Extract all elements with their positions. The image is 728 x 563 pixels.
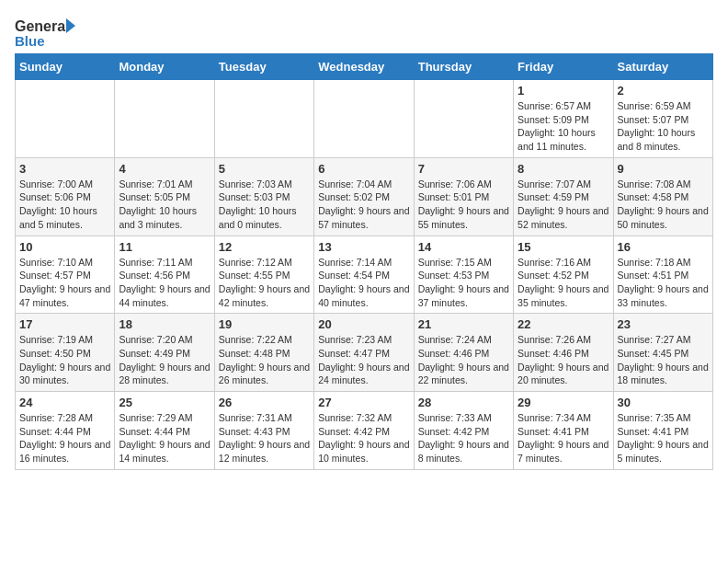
day-number: 21: [418, 317, 509, 331]
day-info: Sunrise: 7:10 AMSunset: 4:57 PMDaylight:…: [19, 256, 110, 310]
day-number: 27: [318, 396, 409, 409]
day-info: Sunrise: 7:11 AMSunset: 4:56 PMDaylight:…: [119, 256, 210, 310]
calendar-cell: 12Sunrise: 7:12 AMSunset: 4:55 PMDayligh…: [214, 236, 313, 314]
day-info: Sunrise: 6:57 AMSunset: 5:09 PMDaylight:…: [518, 99, 609, 154]
day-number: 16: [618, 240, 709, 254]
calendar-cell: 23Sunrise: 7:27 AMSunset: 4:45 PMDayligh…: [613, 314, 712, 392]
day-info: Sunrise: 7:23 AMSunset: 4:47 PMDaylight:…: [318, 333, 409, 387]
day-number: 3: [19, 162, 110, 176]
day-info: Sunrise: 7:29 AMSunset: 4:44 PMDaylight:…: [119, 411, 210, 465]
day-number: 18: [119, 317, 210, 331]
day-number: 20: [318, 317, 409, 331]
week-row-3: 10Sunrise: 7:10 AMSunset: 4:57 PMDayligh…: [16, 236, 713, 314]
calendar-cell: 24Sunrise: 7:28 AMSunset: 4:44 PMDayligh…: [16, 392, 115, 470]
calendar-cell: [414, 80, 513, 158]
day-number: 17: [19, 317, 110, 331]
day-number: 12: [219, 240, 310, 254]
calendar-cell: 14Sunrise: 7:15 AMSunset: 4:53 PMDayligh…: [414, 236, 513, 314]
week-row-2: 3Sunrise: 7:00 AMSunset: 5:06 PMDaylight…: [16, 157, 713, 236]
day-info: Sunrise: 7:07 AMSunset: 4:59 PMDaylight:…: [518, 178, 609, 232]
day-info: Sunrise: 7:01 AMSunset: 5:05 PMDaylight:…: [119, 178, 210, 232]
header: GeneralBlue: [15, 15, 713, 50]
calendar-cell: 3Sunrise: 7:00 AMSunset: 5:06 PMDaylight…: [16, 157, 115, 236]
day-number: 2: [618, 84, 709, 98]
column-header-sunday: Sunday: [16, 54, 115, 80]
day-number: 4: [119, 162, 210, 176]
day-info: Sunrise: 7:00 AMSunset: 5:06 PMDaylight:…: [19, 178, 110, 232]
day-info: Sunrise: 7:19 AMSunset: 4:50 PMDaylight:…: [19, 333, 110, 387]
logo: GeneralBlue: [15, 15, 79, 50]
column-header-thursday: Thursday: [414, 54, 513, 80]
day-info: Sunrise: 7:06 AMSunset: 5:01 PMDaylight:…: [418, 178, 509, 232]
svg-marker-2: [66, 18, 75, 33]
calendar-cell: 8Sunrise: 7:07 AMSunset: 4:59 PMDaylight…: [514, 157, 613, 236]
day-number: 29: [518, 396, 609, 409]
calendar-cell: 17Sunrise: 7:19 AMSunset: 4:50 PMDayligh…: [16, 314, 115, 392]
calendar-cell: [214, 80, 313, 158]
day-info: Sunrise: 7:26 AMSunset: 4:46 PMDaylight:…: [518, 333, 609, 387]
day-number: 30: [618, 396, 709, 409]
day-info: Sunrise: 7:16 AMSunset: 4:52 PMDaylight:…: [518, 256, 609, 310]
day-info: Sunrise: 7:15 AMSunset: 4:53 PMDaylight:…: [418, 256, 509, 310]
day-number: 23: [618, 317, 709, 331]
calendar-cell: 5Sunrise: 7:03 AMSunset: 5:03 PMDaylight…: [214, 157, 313, 236]
day-info: Sunrise: 7:27 AMSunset: 4:45 PMDaylight:…: [618, 333, 709, 387]
calendar-cell: 2Sunrise: 6:59 AMSunset: 5:07 PMDaylight…: [613, 80, 712, 158]
day-info: Sunrise: 7:24 AMSunset: 4:46 PMDaylight:…: [418, 333, 509, 387]
day-info: Sunrise: 7:04 AMSunset: 5:02 PMDaylight:…: [318, 178, 409, 232]
column-header-friday: Friday: [514, 54, 613, 80]
calendar-cell: 7Sunrise: 7:06 AMSunset: 5:01 PMDaylight…: [414, 157, 513, 236]
column-header-tuesday: Tuesday: [214, 54, 313, 80]
calendar-cell: 25Sunrise: 7:29 AMSunset: 4:44 PMDayligh…: [115, 392, 214, 470]
day-info: Sunrise: 7:28 AMSunset: 4:44 PMDaylight:…: [19, 411, 110, 465]
calendar-cell: [314, 80, 414, 158]
calendar-cell: 28Sunrise: 7:33 AMSunset: 4:42 PMDayligh…: [414, 392, 513, 470]
day-info: Sunrise: 7:18 AMSunset: 4:51 PMDaylight:…: [618, 256, 709, 310]
day-number: 19: [219, 317, 310, 331]
day-info: Sunrise: 7:03 AMSunset: 5:03 PMDaylight:…: [219, 178, 310, 232]
day-info: Sunrise: 7:12 AMSunset: 4:55 PMDaylight:…: [219, 256, 310, 310]
calendar-cell: 4Sunrise: 7:01 AMSunset: 5:05 PMDaylight…: [115, 157, 214, 236]
calendar-cell: 22Sunrise: 7:26 AMSunset: 4:46 PMDayligh…: [514, 314, 613, 392]
day-info: Sunrise: 7:20 AMSunset: 4:49 PMDaylight:…: [119, 333, 210, 387]
calendar-cell: 13Sunrise: 7:14 AMSunset: 4:54 PMDayligh…: [314, 236, 414, 314]
svg-text:Blue: Blue: [15, 33, 45, 49]
day-number: 1: [518, 84, 609, 98]
calendar-cell: 18Sunrise: 7:20 AMSunset: 4:49 PMDayligh…: [115, 314, 214, 392]
day-info: Sunrise: 7:34 AMSunset: 4:41 PMDaylight:…: [518, 411, 609, 465]
day-info: Sunrise: 7:31 AMSunset: 4:43 PMDaylight:…: [219, 411, 310, 465]
calendar-cell: 6Sunrise: 7:04 AMSunset: 5:02 PMDaylight…: [314, 157, 414, 236]
day-number: 28: [418, 396, 509, 409]
day-number: 13: [318, 240, 409, 254]
calendar-cell: 27Sunrise: 7:32 AMSunset: 4:42 PMDayligh…: [314, 392, 414, 470]
calendar-cell: [115, 80, 214, 158]
day-info: Sunrise: 7:14 AMSunset: 4:54 PMDaylight:…: [318, 256, 409, 310]
calendar-cell: 1Sunrise: 6:57 AMSunset: 5:09 PMDaylight…: [514, 80, 613, 158]
day-number: 10: [19, 240, 110, 254]
column-header-monday: Monday: [115, 54, 214, 80]
calendar-cell: 29Sunrise: 7:34 AMSunset: 4:41 PMDayligh…: [514, 392, 613, 470]
calendar-header-row: SundayMondayTuesdayWednesdayThursdayFrid…: [16, 54, 713, 80]
day-info: Sunrise: 7:08 AMSunset: 4:58 PMDaylight:…: [618, 178, 709, 232]
calendar-cell: 26Sunrise: 7:31 AMSunset: 4:43 PMDayligh…: [214, 392, 313, 470]
day-number: 25: [119, 396, 210, 409]
svg-text:General: General: [15, 18, 70, 34]
day-number: 9: [618, 162, 709, 176]
week-row-5: 24Sunrise: 7:28 AMSunset: 4:44 PMDayligh…: [16, 392, 713, 470]
day-info: Sunrise: 7:35 AMSunset: 4:41 PMDaylight:…: [618, 411, 709, 465]
calendar-table: SundayMondayTuesdayWednesdayThursdayFrid…: [15, 53, 713, 470]
calendar-cell: 21Sunrise: 7:24 AMSunset: 4:46 PMDayligh…: [414, 314, 513, 392]
day-number: 6: [318, 162, 409, 176]
calendar-cell: 10Sunrise: 7:10 AMSunset: 4:57 PMDayligh…: [16, 236, 115, 314]
calendar-cell: 19Sunrise: 7:22 AMSunset: 4:48 PMDayligh…: [214, 314, 313, 392]
day-info: Sunrise: 7:32 AMSunset: 4:42 PMDaylight:…: [318, 411, 409, 465]
day-number: 7: [418, 162, 509, 176]
day-info: Sunrise: 7:33 AMSunset: 4:42 PMDaylight:…: [418, 411, 509, 465]
calendar-cell: 9Sunrise: 7:08 AMSunset: 4:58 PMDaylight…: [613, 157, 712, 236]
day-number: 24: [19, 396, 110, 409]
day-number: 5: [219, 162, 310, 176]
day-info: Sunrise: 6:59 AMSunset: 5:07 PMDaylight:…: [618, 99, 709, 154]
calendar-cell: 20Sunrise: 7:23 AMSunset: 4:47 PMDayligh…: [314, 314, 414, 392]
day-number: 11: [119, 240, 210, 254]
day-number: 14: [418, 240, 509, 254]
